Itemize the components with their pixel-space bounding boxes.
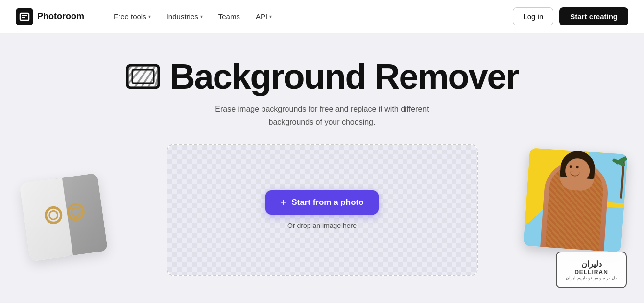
logo-text: Photoroom	[37, 11, 84, 22]
nav-industries[interactable]: Industries ▾	[161, 8, 209, 25]
person-body	[540, 159, 610, 252]
floating-person-image	[523, 148, 627, 252]
navbar: Photoroom Free tools ▾ Industries ▾ Team…	[0, 0, 644, 33]
industries-chevron-icon: ▾	[200, 14, 203, 19]
watermark-subtitle: دل در ه و مر تو داریم ایران	[566, 276, 617, 280]
nav-links: Free tools ▾ Industries ▾ Teams API ▾	[108, 8, 513, 25]
watermark-arabic-text: دلیران	[581, 259, 602, 269]
nav-api[interactable]: API ▾	[250, 8, 278, 25]
upload-dropzone[interactable]: + Start from a photo Or drop an image he…	[167, 144, 478, 276]
login-button[interactable]: Log in	[513, 7, 553, 25]
drop-text: Or drop an image here	[287, 222, 357, 229]
hero-section: Background Remover Erase image backgroun…	[0, 33, 644, 303]
start-from-photo-button[interactable]: + Start from a photo	[265, 190, 378, 215]
product-image-inner	[20, 173, 108, 262]
plus-icon: +	[280, 197, 286, 208]
hero-subtitle: Erase image backgrounds for free and rep…	[195, 103, 450, 128]
nav-free-tools[interactable]: Free tools ▾	[108, 8, 157, 25]
person-head	[559, 150, 596, 192]
person-image-bg	[523, 148, 627, 252]
upload-button-label: Start from a photo	[291, 198, 363, 207]
floating-product-image	[20, 173, 108, 262]
api-chevron-icon: ▾	[269, 14, 272, 19]
logo-icon	[16, 8, 33, 25]
watermark-latin-text: DELLIRAN	[574, 269, 608, 276]
nav-actions: Log in Start creating	[513, 7, 628, 25]
background-remover-icon	[125, 61, 161, 92]
logo[interactable]: Photoroom	[16, 8, 84, 25]
upload-content: + Start from a photo Or drop an image he…	[265, 190, 378, 229]
watermark-overlay: دلیران DELLIRAN دل در ه و مر تو داریم ای…	[556, 252, 627, 288]
start-creating-button[interactable]: Start creating	[559, 7, 628, 25]
hero-title: Background Remover	[169, 59, 518, 94]
hero-title-row: Background Remover	[125, 59, 518, 94]
nav-teams[interactable]: Teams	[213, 8, 246, 25]
free-tools-chevron-icon: ▾	[148, 14, 151, 19]
